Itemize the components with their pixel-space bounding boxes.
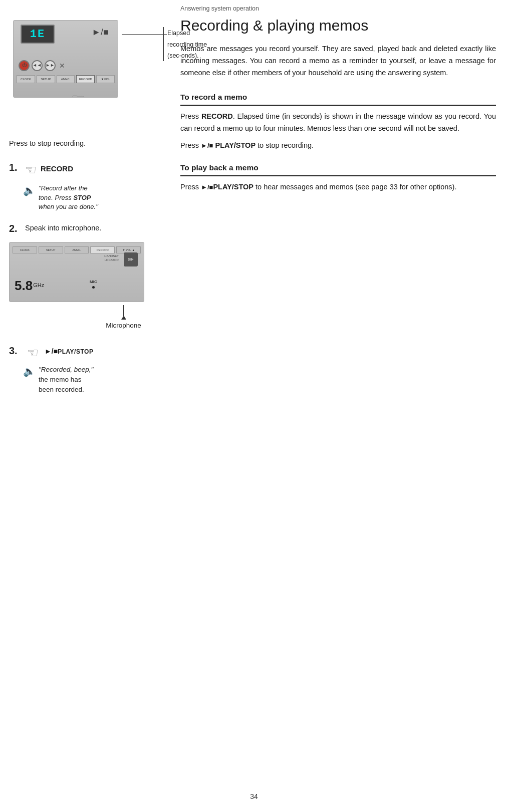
pencil-icon: ✏ <box>124 252 138 266</box>
record-memo-title: To record a memo <box>180 91 496 106</box>
step2-container: 2. Speak into microphone. CLOCK SETUP AN… <box>9 221 165 331</box>
step3-quote-row: 🔈 "Recorded, beep,"the memo hasbeen reco… <box>23 365 165 395</box>
small-device-label-row: CLOCK SETUP ANNC. RECORD ▼ VOL ▲ <box>13 246 141 253</box>
power-btn: ⏻ <box>19 60 30 71</box>
step1-container: 1. ☞ RECORD 🔈 "Record after thetone. Pre… <box>9 160 165 212</box>
page-section-header: Answering system operation <box>180 4 496 14</box>
small-record-tab: RECORD <box>90 246 115 253</box>
mic-arrow-line <box>123 305 124 316</box>
left-column: 1E ►/■ ⏻ ◄◄ ►► ✕ CLOCK SETUP ANNC. <box>0 0 170 812</box>
speaker-icon-step1: 🔈 <box>23 183 36 198</box>
record-memo-section: To record a memo Press RECORD. Elapsed t… <box>180 91 496 152</box>
device-label-row: CLOCK SETUP ANNC. RECORD ▼ VOL <box>17 75 115 83</box>
step3-button-label: ►/■PLAY/STOP <box>45 346 93 357</box>
record-memo-body: Press RECORD. Elapsed time (in seconds) … <box>180 111 496 152</box>
step1-quote-row: 🔈 "Record after thetone. Press STOPwhen … <box>23 184 165 212</box>
vol-tab: ▼ VOL <box>96 75 115 83</box>
step1-number: 1. <box>9 162 21 172</box>
x-btn: ✕ <box>58 60 67 71</box>
annc-tab: ANNC. <box>57 75 75 83</box>
device-image-top: 1E ►/■ ⏻ ◄◄ ►► ✕ CLOCK SETUP ANNC. <box>13 20 118 98</box>
step1-hand-icon: ☞ <box>25 160 37 180</box>
hand-pointer-icon: ☞ <box>71 87 86 98</box>
rewind-btn: ◄◄ <box>32 60 43 71</box>
right-column: Answering system operation Recording & p… <box>170 0 508 812</box>
intro-text: Memos are messages you record yourself. … <box>180 43 496 79</box>
step3-hand-icon: ☞ <box>27 343 39 363</box>
small-annc-tab: ANNC. <box>65 246 89 253</box>
small-setup-tab: SETUP <box>39 246 63 253</box>
speaker-icon-step3: 🔈 <box>23 364 36 379</box>
device-display: 1E <box>21 25 55 44</box>
press-stop-text: Press to stop recording. <box>9 138 165 149</box>
playback-memo-body: Press ►/■PLAY/STOP to hear messages and … <box>180 181 496 193</box>
forward-btn: ►► <box>45 60 56 71</box>
step3-quote: "Recorded, beep,"the memo hasbeen record… <box>39 365 93 395</box>
page-title: Recording & playing memos <box>180 16 496 35</box>
small-clock-tab: CLOCK <box>13 246 37 253</box>
microphone-label: Microphone <box>82 321 165 331</box>
microphone-label-area: Microphone <box>82 305 165 331</box>
step2-number: 2. <box>9 221 21 236</box>
page-number: 34 <box>250 791 258 802</box>
setup-tab: SETUP <box>37 75 55 83</box>
elapsed-label: Elapsed recording time (sec-onds). <box>163 27 215 61</box>
play-stop-device-icon: ►/■ <box>92 26 109 39</box>
step2-text: Speak into microphone. <box>25 223 101 234</box>
device-btn-row: ⏻ ◄◄ ►► ✕ <box>19 60 67 71</box>
device-image-step2: CLOCK SETUP ANNC. RECORD ▼ VOL ▲ 5.8GHz … <box>9 242 144 302</box>
record-tab: RECORD <box>76 75 95 83</box>
step1-quote: "Record after thetone. Press STOPwhen yo… <box>39 184 98 212</box>
handset-locator-area: HANDSETLOCATOR <box>104 254 119 262</box>
playback-memo-section: To play back a memo Press ►/■PLAY/STOP t… <box>180 162 496 193</box>
step3-container: 3. ☞ ►/■PLAY/STOP 🔈 "Recorded, beep,"the… <box>9 343 165 395</box>
freq-display: 5.8GHz <box>15 276 44 296</box>
mic-device-label: MIC <box>90 279 97 289</box>
playback-memo-title: To play back a memo <box>180 162 496 176</box>
mic-arrow-head <box>121 316 126 320</box>
freq-unit: GHz <box>33 282 44 288</box>
elapsed-connector-line <box>122 34 167 35</box>
step3-number: 3. <box>9 343 23 358</box>
clock-tab: CLOCK <box>17 75 35 83</box>
step1-button-label: RECORD <box>41 163 73 175</box>
